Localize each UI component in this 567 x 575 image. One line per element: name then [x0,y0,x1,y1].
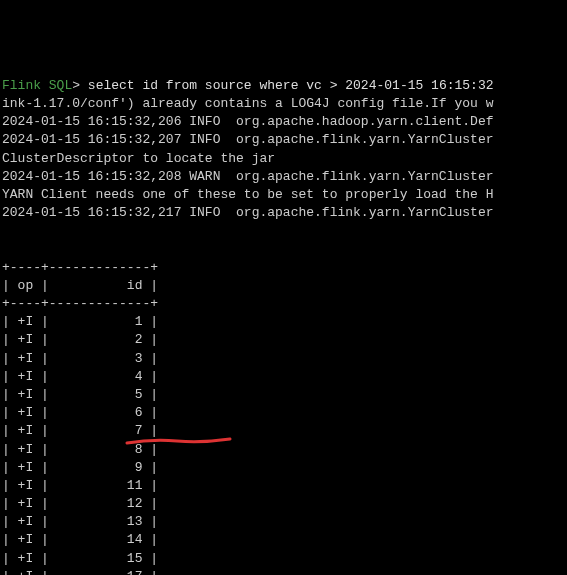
prompt-separator: > [72,78,88,93]
cell-op: +I [18,496,34,511]
log-line: 2024-01-15 16:15:32,208 WARN org.apache.… [2,169,493,184]
cell-id: 11 [127,478,143,493]
log-line: 2024-01-15 16:15:32,207 INFO org.apache.… [2,132,493,147]
col-header-op: op [18,278,34,293]
sql-command: select id from source where vc > 2024-01… [88,78,494,93]
cell-id: 2 [135,332,143,347]
cell-id: 6 [135,405,143,420]
cell-op: +I [18,569,34,575]
cell-id: 15 [127,551,143,566]
cell-op: +I [18,387,34,402]
cell-op: +I [18,514,34,529]
terminal-output: Flink SQL> select id from source where v… [2,77,565,575]
cell-id: 17 [127,569,143,575]
cell-op: +I [18,332,34,347]
cell-op: +I [18,369,34,384]
cell-id: 4 [135,369,143,384]
log-line: ClusterDescriptor to locate the jar [2,151,275,166]
cell-op: +I [18,460,34,475]
cell-id: 9 [135,460,143,475]
log-line: 2024-01-15 16:15:32,217 INFO org.apache.… [2,205,493,220]
cell-id: 1 [135,314,143,329]
cell-op: +I [18,423,34,438]
log-line: ink-1.17.0/conf') already contains a LOG… [2,96,493,111]
cell-id: 12 [127,496,143,511]
cell-op: +I [18,442,34,457]
cell-op: +I [18,314,34,329]
col-header-id: id [127,278,143,293]
cell-id: 13 [127,514,143,529]
cell-id: 5 [135,387,143,402]
cell-op: +I [18,551,34,566]
cell-op: +I [18,405,34,420]
cell-id: 8 [135,442,143,457]
prompt-label: Flink SQL [2,78,72,93]
cell-id: 3 [135,351,143,366]
log-line: 2024-01-15 16:15:32,206 INFO org.apache.… [2,114,493,129]
log-line: YARN Client needs one of these to be set… [2,187,493,202]
cell-op: +I [18,532,34,547]
cell-op: +I [18,351,34,366]
result-table: +----+-------------+ | op | id | +----+-… [2,240,565,575]
cell-id: 14 [127,532,143,547]
cell-op: +I [18,478,34,493]
cell-id: 7 [135,423,143,438]
